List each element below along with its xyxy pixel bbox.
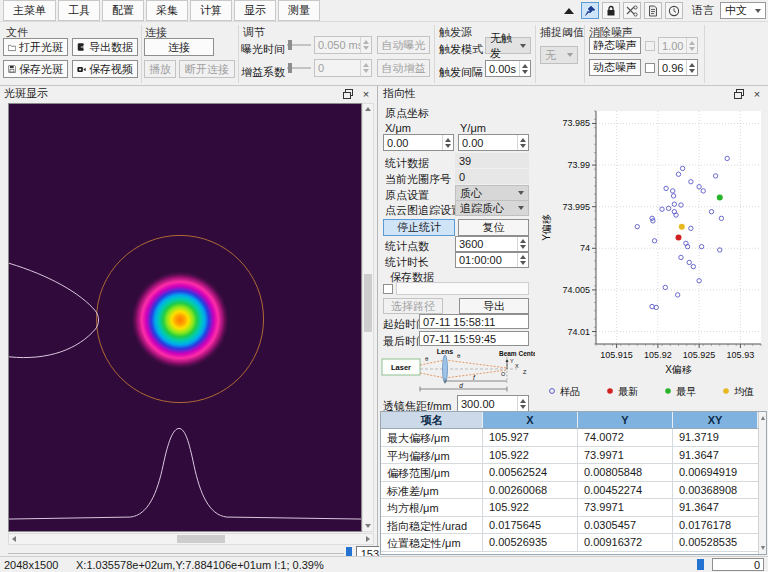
save-spot-button[interactable]: 保存光斑 (3, 60, 68, 78)
gain-slider[interactable] (287, 60, 311, 76)
scissors-button[interactable] (623, 2, 641, 19)
scroll-right-icon[interactable] (366, 536, 370, 542)
dynamic-noise-checkbox[interactable] (645, 63, 655, 73)
stop-statistics-button[interactable]: 停止统计 (383, 219, 455, 236)
menu-item-3[interactable]: 配置 (102, 0, 144, 21)
menu-item-5[interactable]: 计算 (190, 0, 232, 21)
spinner-arrows[interactable] (517, 396, 528, 411)
save-video-button[interactable]: 保存视频 (72, 60, 138, 78)
pointing-panel-title: 指向性 (383, 86, 416, 101)
menu-item-6[interactable]: 显示 (234, 0, 276, 21)
pin-icon (584, 5, 596, 17)
float-panel-button[interactable] (732, 88, 746, 100)
status-slider-thumb[interactable] (697, 559, 704, 570)
start-time-field[interactable]: 07-11 15:58:11 (419, 314, 529, 329)
spinner-arrows[interactable] (517, 253, 528, 267)
gain-spinbox[interactable]: 0 (314, 59, 372, 77)
table-header-cell[interactable]: Y (578, 412, 673, 428)
language-select[interactable]: 中文 (720, 2, 766, 19)
table-row[interactable]: 标准差/μm0.002600680.004522740.00368908 (381, 482, 758, 500)
threshold-select[interactable]: 无 (540, 46, 578, 64)
table-row[interactable]: 最大偏移/μm105.92774.007291.3719 (381, 429, 758, 447)
frame-slider-track[interactable] (8, 553, 344, 554)
status-number-box[interactable]: 0 (712, 558, 764, 571)
scrollbar-thumb[interactable] (177, 535, 225, 543)
dynamic-noise-spinbox[interactable]: 0.96 (658, 59, 698, 76)
table-row[interactable]: 均方根/μm105.92273.997191.3647 (381, 499, 758, 517)
cloud-track-select[interactable]: 追踪质心 (455, 200, 529, 216)
open-spot-button[interactable]: 打开光斑 (3, 38, 68, 56)
auto-gain-button[interactable]: 自动增益 (377, 59, 430, 77)
spot-display-panel: 光斑显示 × (0, 86, 378, 558)
table-header-cell[interactable]: XY (673, 412, 758, 428)
spinner-arrows[interactable] (519, 61, 530, 76)
notes-button[interactable] (644, 2, 662, 19)
table-row[interactable]: 位置稳定性/μm0.005269350.009163720.00528535 (381, 534, 758, 552)
table-row[interactable]: 平均偏移/μm105.92273.997191.3647 (381, 447, 758, 465)
scroll-up-icon[interactable] (365, 107, 371, 111)
float-panel-button[interactable] (341, 88, 355, 100)
close-icon: × (754, 89, 760, 99)
disconnect-button[interactable]: 断开连接 (179, 60, 235, 78)
stat-duration-spinbox[interactable]: 01:00:00 (455, 252, 529, 268)
cloud-track-label: 点云图追踪设置 (385, 203, 462, 218)
stat-points-spinbox[interactable]: 3600 (455, 236, 529, 252)
static-noise-checkbox[interactable] (645, 41, 655, 51)
horizontal-scrollbar[interactable] (8, 533, 374, 545)
table-row[interactable]: 偏移范围/μm0.005625240.008058480.00694919 (381, 464, 758, 482)
static-noise-spinbox[interactable]: 1.00 (658, 37, 698, 54)
origin-x-spinbox[interactable]: 0.00 (383, 134, 454, 151)
vertical-scrollbar[interactable] (362, 103, 374, 532)
save-icon (8, 63, 16, 75)
menu-item-2[interactable]: 工具 (58, 0, 100, 21)
origin-y-spinbox[interactable]: 0.00 (458, 134, 529, 151)
scroll-left-icon[interactable] (12, 536, 16, 542)
close-panel-button[interactable]: × (750, 88, 764, 100)
scroll-down-icon[interactable] (761, 546, 765, 550)
spinner-arrows[interactable] (517, 135, 528, 150)
spinner-arrows[interactable] (442, 135, 453, 150)
dynamic-noise-button[interactable]: 动态噪声 (589, 59, 641, 76)
menu-item-7[interactable]: 测量 (278, 0, 320, 21)
trigger-mode-select[interactable]: 无触发 (485, 37, 531, 54)
spinner-arrows[interactable] (517, 237, 528, 251)
export-button[interactable]: 导出 (459, 298, 529, 314)
end-time-field[interactable]: 07-11 15:59:45 (419, 331, 529, 346)
svg-text:105.925: 105.925 (683, 350, 716, 360)
spinner-arrows[interactable] (686, 38, 697, 53)
save-data-checkbox[interactable] (383, 284, 393, 294)
spinner-arrows[interactable] (360, 37, 371, 53)
spinner-arrows[interactable] (360, 60, 371, 76)
collapse-toolbar-button[interactable] (560, 2, 578, 19)
table-scrollbar[interactable] (758, 412, 766, 554)
export-data-button[interactable]: 导出数据 (72, 38, 138, 56)
auto-exposure-button[interactable]: 自动曝光 (377, 36, 430, 54)
exposure-slider[interactable] (287, 37, 311, 53)
scroll-up-icon[interactable] (761, 416, 765, 420)
exposure-spinbox[interactable]: 0.050 ms (314, 36, 372, 54)
menu-item-4[interactable]: 采集 (146, 0, 188, 21)
table-header-cell[interactable]: 项名 (381, 412, 483, 428)
timer-button[interactable] (665, 2, 683, 19)
origin-mode-select[interactable]: 质心 (455, 185, 529, 201)
static-noise-button[interactable]: 静态噪声 (589, 37, 641, 54)
play-button[interactable]: 播放 (144, 60, 176, 78)
close-panel-button[interactable]: × (359, 88, 373, 100)
connect-button[interactable]: 连接 (144, 38, 214, 56)
beam-spot-image[interactable] (8, 103, 362, 532)
reset-button[interactable]: 复位 (458, 219, 529, 236)
menu-item-1[interactable]: 主菜单 (3, 0, 56, 21)
pin-button[interactable] (581, 2, 599, 19)
lock-button[interactable] (602, 2, 620, 19)
stats-table: 项名XYXY 最大偏移/μm105.92774.007291.3719平均偏移/… (380, 411, 767, 555)
scrollbar-thumb[interactable] (364, 274, 372, 332)
spinner-arrows[interactable] (686, 60, 697, 75)
row-name-cell: 均方根/μm (381, 499, 483, 516)
table-header-cell[interactable]: X (483, 412, 578, 428)
save-path-field[interactable] (396, 282, 529, 295)
trigger-interval-spinbox[interactable]: 0.00s (485, 60, 531, 77)
choose-path-button[interactable]: 选择路径 (383, 298, 443, 314)
table-row[interactable]: 指向稳定性/urad0.01756450.03054570.0176178 (381, 517, 758, 535)
focal-length-spinbox[interactable]: 300.00 (457, 395, 529, 412)
scroll-down-icon[interactable] (365, 524, 371, 528)
